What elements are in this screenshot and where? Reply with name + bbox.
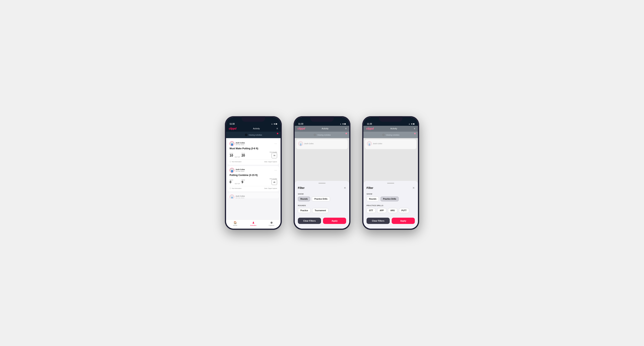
signal-icon-3: ▲ — [408, 123, 410, 125]
filter-btn-rounds-2[interactable]: Rounds — [298, 196, 310, 201]
filter-btn-rounds-3[interactable]: Rounds — [366, 196, 379, 201]
more-options-1[interactable]: ··· — [274, 142, 277, 145]
rounds-label-2: Rounds — [298, 204, 346, 206]
viewing-activities-label-2: Viewing Activities — [317, 134, 331, 136]
user-details-3: Josh Coles 28 Feb 2023 — [236, 195, 245, 199]
activities-label: Activities — [250, 224, 256, 226]
status-icons-1: ▲ ◀ ▮▮ — [271, 123, 277, 125]
logo-1: clippd — [229, 127, 236, 130]
modal-handle-2 — [318, 183, 326, 183]
phones-container: 11:33 ▲ ◀ ▮▮ clippd Activity ≡ ⚙ Viewing… — [225, 116, 419, 230]
status-time-3: 11:33 — [367, 123, 372, 125]
footer-left-1: ⓘ Test Information — [230, 161, 242, 163]
user-date-2: 28 Feb 2023 — [236, 171, 245, 172]
capture-label: Capture — [269, 224, 274, 226]
card-footer-2: ⓘ Test Information Data: Clippd Capture — [230, 186, 277, 189]
filter-bar-1[interactable]: ⚙ Viewing Activities — [226, 132, 280, 138]
status-icons-3: ▲ ◀ ▮▮ — [408, 123, 414, 125]
nav-home-1[interactable]: 🏠 Home — [226, 221, 244, 226]
activity-card-2: Josh Coles 28 Feb 2023 ··· Putting Combi… — [228, 166, 279, 191]
modal-close-3[interactable]: ✕ — [412, 186, 415, 189]
clear-filters-btn-3[interactable]: Clear Filters — [366, 218, 390, 224]
filter-btn-arg-3[interactable]: ARG — [388, 208, 397, 213]
header-title-2: Activity — [322, 127, 328, 130]
avatar-1 — [230, 141, 234, 146]
filter-btn-ott-3[interactable]: OTT — [366, 208, 376, 213]
modal-header-2: Filter ✕ — [295, 185, 349, 191]
card-header-2: Josh Coles 28 Feb 2023 ··· — [230, 168, 277, 173]
modal-title-2: Filter — [298, 186, 304, 189]
nav-capture-1[interactable]: ⊕ Capture — [262, 221, 280, 226]
shot-quality-label-1: Shot Quality — [270, 152, 277, 153]
out-of-1: OUT OF — [235, 156, 240, 158]
card-header-1: Josh Coles 28 Feb 2023 ··· — [230, 141, 277, 146]
show-buttons-row-2: Rounds Practice Drills — [298, 196, 346, 201]
filter-btn-practice-drills-2[interactable]: Practice Drills — [312, 196, 330, 201]
activity-title-2: Putting Combine (3-15 ft) — [230, 174, 277, 176]
wifi-icon-2: ◀ — [342, 123, 344, 125]
shots-group-2: Shots 9 — [242, 179, 245, 184]
home-label: Home — [233, 224, 237, 226]
wifi-icon-3: ◀ — [411, 123, 412, 125]
filter-modal-3: Filter ✕ Show Rounds Practice Drills Pra… — [364, 181, 418, 229]
modal-footer-2: Clear Filters Apply — [295, 214, 349, 225]
nav-activities-1[interactable]: ♟ Activities — [244, 221, 262, 226]
logo-3: clippd — [366, 127, 374, 130]
status-bar-2: 11:33 ▲ ◀ ▮▮ — [295, 117, 349, 126]
shots-value-1: 20 — [242, 154, 245, 157]
footer-left-text-1: Test Information — [232, 161, 242, 163]
status-bar-1: 11:33 ▲ ◀ ▮▮ — [226, 117, 280, 126]
avatar-stub-2 — [298, 141, 303, 146]
filter-btn-practice-drills-3[interactable]: Practice Drills — [380, 196, 399, 201]
capture-icon: ⊕ — [270, 221, 273, 224]
user-date-1: 28 Feb 2023 — [236, 144, 245, 146]
menu-icon-1[interactable]: ≡ — [276, 127, 278, 130]
modal-title-3: Filter — [366, 186, 373, 189]
filter-dot-1 — [277, 133, 278, 134]
filter-btn-tournament-2[interactable]: Tournament — [312, 208, 328, 213]
phone-3: 11:33 ▲ ◀ ▮▮ clippd Activity ≡ ⚙ Viewing… — [362, 116, 419, 230]
modal-header-3: Filter ✕ — [364, 185, 418, 191]
footer-left-2: ⓘ Test Information — [230, 187, 242, 189]
footer-right-text-2: Data: Clippd Capture — [264, 188, 277, 189]
user-details-1: Josh Coles 28 Feb 2023 — [236, 142, 245, 146]
filter-btn-practice-2[interactable]: Practice — [298, 208, 310, 213]
user-name-3: Josh Coles — [236, 195, 245, 197]
user-info-1: Josh Coles 28 Feb 2023 — [230, 141, 245, 146]
activity-card-3: Josh Coles 28 Feb 2023 — [228, 192, 279, 198]
filter-dot-2 — [346, 133, 347, 134]
modal-close-2[interactable]: ✕ — [344, 186, 346, 189]
shots-value-2: 9 — [242, 181, 245, 184]
apply-btn-3[interactable]: Apply — [392, 218, 415, 224]
menu-icon-3: ≡ — [414, 127, 415, 130]
battery-icon-2: ▮▮ — [344, 123, 346, 125]
activity-card-1: Josh Coles 28 Feb 2023 ··· Must Make Put… — [228, 139, 279, 165]
menu-icon-2: ≡ — [345, 127, 346, 130]
status-time-2: 11:33 — [298, 123, 303, 125]
avatar-2 — [230, 168, 234, 173]
logo-2: clippd — [298, 127, 305, 130]
show-label-3: Show — [366, 193, 415, 195]
battery-icon-3: ▮▮ — [413, 123, 414, 125]
clear-filters-btn-2[interactable]: Clear Filters — [298, 218, 321, 224]
filter-btn-app-3[interactable]: APP — [377, 208, 386, 213]
filter-btn-putt-3[interactable]: PUTT — [399, 208, 409, 213]
status-icons-2: ▲ ◀ ▮▮ — [340, 123, 346, 125]
signal-icon: ▲ — [271, 123, 273, 125]
drills-label-3: Practice Drills — [366, 204, 415, 206]
user-details-2: Josh Coles 28 Feb 2023 — [236, 169, 245, 172]
user-info-2: Josh Coles 28 Feb 2023 — [230, 168, 245, 173]
filter-drills-section-3: Practice Drills OTT APP ARG PUTT — [364, 203, 418, 214]
phone-3-screen: 11:33 ▲ ◀ ▮▮ clippd Activity ≡ ⚙ Viewing… — [364, 117, 418, 229]
viewing-activities-label-3: Viewing Activities — [386, 134, 400, 136]
stats-row-2: Score 0 OUT OF Shots 9 Shot Quality 45 — [230, 178, 277, 185]
more-options-2[interactable]: ··· — [274, 169, 277, 172]
filter-rounds-section-2: Rounds Practice Tournament — [295, 203, 349, 214]
user-name-2: Josh Coles — [236, 169, 245, 171]
apply-btn-2[interactable]: Apply — [323, 218, 346, 224]
card-footer-1: ⓘ Test Information Data: Clippd Capture — [230, 160, 277, 163]
activity-title-1: Must Make Putting (3-6 ft) — [230, 147, 277, 150]
signal-icon-2: ▲ — [340, 123, 342, 125]
show-buttons-row-3: Rounds Practice Drills — [366, 196, 415, 201]
filter-show-section-3: Show Rounds Practice Drills — [364, 191, 418, 203]
